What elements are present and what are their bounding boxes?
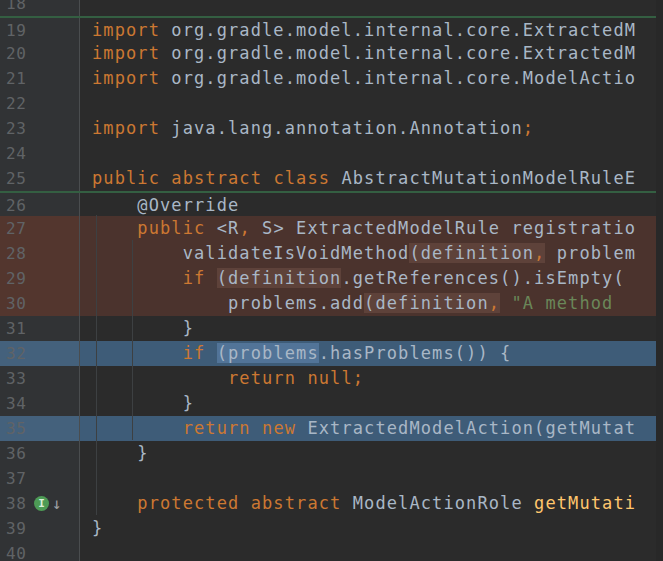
- code-line[interactable]: 22: [0, 91, 663, 116]
- code-text[interactable]: import org.gradle.model.internal.core.Ex…: [80, 18, 663, 41]
- code-text[interactable]: [80, 91, 663, 116]
- code-token: (problems: [217, 343, 319, 363]
- scrollbar-track[interactable]: [656, 0, 663, 561]
- code-editor: 1819import org.gradle.model.internal.cor…: [0, 0, 663, 561]
- code-token: import: [92, 68, 160, 88]
- code-text[interactable]: import org.gradle.model.internal.core.Mo…: [80, 66, 663, 91]
- line-number[interactable]: 38I↓: [0, 491, 80, 516]
- line-number[interactable]: 36: [0, 441, 80, 466]
- code-text[interactable]: protected abstract ModelActionRole getMu…: [80, 491, 663, 516]
- code-text[interactable]: validateIsVoidMethod(definition, problem: [80, 241, 663, 266]
- implemented-marker-icon[interactable]: I: [34, 496, 49, 511]
- code-text[interactable]: [80, 141, 663, 166]
- code-text[interactable]: public abstract class AbstractMutationMo…: [80, 166, 663, 191]
- code-token: validateIsVoidMethod: [92, 243, 409, 263]
- line-number[interactable]: 24: [0, 141, 80, 166]
- line-number[interactable]: 34: [0, 391, 80, 416]
- code-line[interactable]: 29 if (definition.getReferences().isEmpt…: [0, 266, 663, 291]
- line-number[interactable]: 40: [0, 541, 80, 561]
- line-number[interactable]: 23: [0, 116, 80, 141]
- line-number[interactable]: 21: [0, 66, 80, 91]
- code-token: abstract: [251, 493, 342, 513]
- code-token: return: [183, 418, 251, 438]
- code-text[interactable]: }: [80, 441, 663, 466]
- code-token: AbstractMutationModelRuleE: [330, 168, 636, 188]
- line-number[interactable]: 29: [0, 266, 80, 291]
- code-token: }: [92, 393, 194, 413]
- code-text[interactable]: }: [80, 316, 663, 341]
- code-token: (definition: [217, 268, 342, 288]
- code-token: (definition: [409, 243, 534, 263]
- indent-guide: [96, 215, 97, 515]
- code-line[interactable]: 23import java.lang.annotation.Annotation…: [0, 116, 663, 141]
- code-token: (definition: [364, 293, 489, 313]
- code-line[interactable]: 33 return null;: [0, 366, 663, 391]
- code-line[interactable]: 40: [0, 541, 663, 561]
- code-line[interactable]: 37: [0, 466, 663, 491]
- code-token: import: [92, 118, 160, 138]
- code-token: import: [92, 20, 160, 40]
- code-text[interactable]: import org.gradle.model.internal.core.Ex…: [80, 41, 663, 66]
- line-number[interactable]: 28: [0, 241, 80, 266]
- code-line[interactable]: 19import org.gradle.model.internal.core.…: [0, 16, 663, 41]
- code-text[interactable]: }: [80, 516, 663, 541]
- code-text[interactable]: [80, 0, 663, 16]
- code-token: [205, 343, 216, 363]
- code-text[interactable]: [80, 466, 663, 491]
- code-token: public: [137, 218, 205, 238]
- code-line[interactable]: 36 }: [0, 441, 663, 466]
- line-number[interactable]: 20: [0, 41, 80, 66]
- code-text[interactable]: problems.add(definition, "A method: [80, 291, 663, 316]
- code-line[interactable]: 27 public <R, S> ExtractedModelRule regi…: [0, 216, 663, 241]
- line-number[interactable]: 25: [0, 166, 80, 191]
- code-line[interactable]: 18: [0, 0, 663, 16]
- code-line[interactable]: 34 }: [0, 391, 663, 416]
- code-line[interactable]: 24: [0, 141, 663, 166]
- code-token: class: [273, 168, 330, 188]
- line-number[interactable]: 19: [0, 18, 80, 41]
- code-text[interactable]: if (problems.hasProblems()) {: [80, 341, 663, 366]
- code-token: ,: [489, 293, 500, 313]
- line-number[interactable]: 26: [0, 193, 80, 216]
- code-token: [205, 268, 216, 288]
- down-arrow-icon: ↓: [52, 491, 62, 516]
- code-token: [92, 268, 183, 288]
- code-line[interactable]: 28 validateIsVoidMethod(definition, prob…: [0, 241, 663, 266]
- code-token: protected: [137, 493, 239, 513]
- code-token: abstract: [171, 168, 262, 188]
- code-token: }: [92, 443, 149, 463]
- code-line[interactable]: 30 problems.add(definition, "A method: [0, 291, 663, 316]
- line-number[interactable]: 39: [0, 516, 80, 541]
- line-number[interactable]: 33: [0, 366, 80, 391]
- code-text[interactable]: public <R, S> ExtractedModelRule registr…: [80, 216, 663, 241]
- code-line[interactable]: 32 if (problems.hasProblems()) {: [0, 341, 663, 366]
- code-token: [92, 418, 183, 438]
- code-line[interactable]: 39}: [0, 516, 663, 541]
- code-text[interactable]: import java.lang.annotation.Annotation;: [80, 116, 663, 141]
- code-text[interactable]: return null;: [80, 366, 663, 391]
- line-number[interactable]: 35: [0, 416, 80, 441]
- code-text[interactable]: [80, 541, 663, 561]
- code-line[interactable]: 21import org.gradle.model.internal.core.…: [0, 66, 663, 91]
- code-token: import: [92, 43, 160, 63]
- code-text[interactable]: if (definition.getReferences().isEmpty(: [80, 266, 663, 291]
- line-number[interactable]: 18: [0, 0, 80, 16]
- code-line[interactable]: 26 @Override: [0, 191, 663, 216]
- code-line[interactable]: 20import org.gradle.model.internal.core.…: [0, 41, 663, 66]
- code-line[interactable]: 38I↓ protected abstract ModelActionRole …: [0, 491, 663, 516]
- line-number[interactable]: 37: [0, 466, 80, 491]
- line-number[interactable]: 32: [0, 341, 80, 366]
- code-token: ;: [353, 368, 364, 388]
- line-number[interactable]: 30: [0, 291, 80, 316]
- code-line[interactable]: 25public abstract class AbstractMutation…: [0, 166, 663, 191]
- code-line[interactable]: 31 }: [0, 316, 663, 341]
- code-text[interactable]: return new ExtractedModelAction(getMutat: [80, 416, 663, 441]
- line-number[interactable]: 22: [0, 91, 80, 116]
- code-token: [262, 168, 273, 188]
- code-line[interactable]: 35 return new ExtractedModelAction(getMu…: [0, 416, 663, 441]
- code-text[interactable]: @Override: [80, 193, 663, 216]
- code-token: [92, 343, 183, 363]
- line-number[interactable]: 27: [0, 216, 80, 241]
- code-text[interactable]: }: [80, 391, 663, 416]
- line-number[interactable]: 31: [0, 316, 80, 341]
